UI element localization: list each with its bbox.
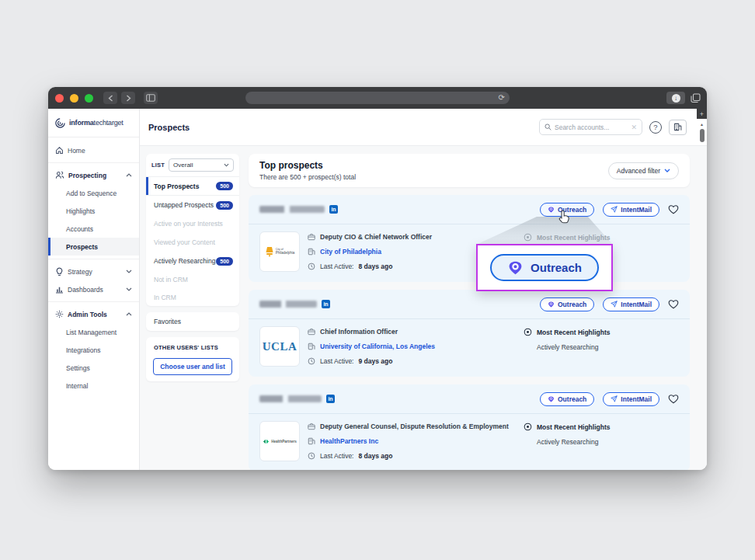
clock-icon	[308, 452, 315, 460]
tab-overview-button[interactable]	[691, 93, 701, 103]
search-icon	[545, 123, 551, 130]
page-scrollbar[interactable]: + ▲	[697, 109, 707, 470]
intentmail-button[interactable]: IntentMail	[603, 203, 659, 217]
scroll-up-arrow-icon[interactable]: ▲	[697, 122, 707, 127]
target-icon	[524, 423, 532, 431]
lists-sidebar: LIST Overall Top Prospects 500	[146, 154, 239, 470]
choose-user-and-list-button[interactable]: Choose user and list	[153, 358, 232, 375]
other-users-lists-header: OTHER USERS' LISTS	[146, 343, 239, 357]
sidebar-icon	[146, 94, 155, 102]
company-logo: UCLA	[259, 326, 300, 367]
sidebar-item-settings[interactable]: Settings	[48, 359, 139, 377]
last-active-value: 8 days ago	[358, 263, 392, 270]
list-item-favorites[interactable]: Favorites	[146, 312, 239, 331]
page-topbar: Prospects ✕ ?	[140, 109, 707, 146]
prospect-title: Chief Information Officer	[320, 328, 398, 336]
chevron-up-icon	[126, 173, 132, 177]
chevron-right-icon	[126, 95, 131, 102]
address-bar[interactable]: ⟳	[245, 92, 510, 104]
sidebar-item-highlights[interactable]: Highlights	[48, 202, 139, 220]
brand-name: informatechtarget	[69, 119, 124, 127]
target-icon	[524, 233, 532, 242]
outreach-button-magnified: Outreach	[490, 254, 599, 281]
sidebar-item-integrations[interactable]: Integrations	[48, 341, 139, 359]
advanced-filter-button[interactable]: Advanced filter	[608, 162, 679, 179]
favorite-heart-icon[interactable]	[668, 204, 679, 214]
prospects-total-subtitle: There are 500 + prospect(s) total	[259, 173, 356, 181]
intentmail-button[interactable]: IntentMail	[603, 392, 659, 406]
accounts-view-button[interactable]	[669, 120, 687, 135]
help-button[interactable]: ?	[649, 121, 662, 134]
clear-search-icon[interactable]: ✕	[631, 123, 637, 131]
linkedin-icon[interactable]: in	[322, 300, 330, 308]
company-logo: City ofPhiladelphia	[259, 231, 300, 272]
sidebar-item-internal[interactable]: Internal	[48, 377, 139, 395]
prospect-card: in Outreach IntentMail	[249, 384, 690, 470]
search-accounts-box[interactable]: ✕	[539, 119, 642, 135]
list-item-in-crm[interactable]: In CRM	[146, 289, 239, 306]
outreach-button[interactable]: Outreach	[540, 392, 594, 406]
scrollbar-thumb[interactable]	[700, 129, 705, 142]
sidebar-item-prospects[interactable]: Prospects	[48, 238, 139, 256]
send-icon	[611, 301, 618, 308]
sidebar-toggle-button[interactable]	[144, 92, 158, 104]
home-icon	[55, 146, 64, 155]
count-badge: 500	[216, 182, 233, 190]
list-select-dropdown[interactable]: Overall	[169, 158, 234, 172]
page-title: Prospects	[148, 123, 190, 132]
chevron-down-icon	[664, 169, 670, 172]
question-icon: ?	[653, 123, 657, 131]
favorite-heart-icon[interactable]	[668, 299, 679, 309]
highlights-title: Most Recent Highlights	[537, 234, 610, 242]
downloads-button[interactable]: ↓	[666, 92, 685, 104]
sidebar-item-add-to-sequence[interactable]: Add to Sequence	[48, 184, 139, 202]
list-item-active-on-your-interests[interactable]: Active on your Interests	[146, 214, 239, 233]
target-icon	[524, 328, 532, 336]
new-tab-plus-icon[interactable]: +	[697, 109, 707, 119]
intentmail-button[interactable]: IntentMail	[603, 297, 659, 311]
last-active-label: Last Active:	[320, 452, 353, 460]
zoom-traffic-light[interactable]	[85, 94, 93, 103]
list-item-top-prospects[interactable]: Top Prospects 500	[146, 177, 239, 196]
search-input[interactable]	[555, 123, 628, 131]
clock-icon	[308, 263, 315, 270]
favorite-heart-icon[interactable]	[668, 394, 679, 404]
outreach-pin-icon	[548, 395, 555, 403]
list-item-viewed-your-content[interactable]: Viewed your Content	[146, 233, 239, 252]
sidebar-item-dashboards[interactable]: Dashboards	[48, 280, 139, 298]
list-item-actively-researching[interactable]: Actively Researching 500	[146, 252, 239, 270]
close-traffic-light[interactable]	[55, 94, 64, 103]
list-item-untapped-prospects[interactable]: Untapped Prospects 500	[146, 196, 239, 214]
desktop-background: ⟳ ↓ informatechtarget	[0, 0, 755, 560]
minimize-traffic-light[interactable]	[70, 94, 78, 103]
sidebar-item-admin-tools[interactable]: Admin Tools	[48, 305, 139, 323]
company-icon	[308, 248, 315, 256]
company-link[interactable]: City of Philadelphia	[320, 248, 381, 256]
forward-button[interactable]	[121, 92, 135, 104]
prospects-main-panel: Top prospects There are 500 + prospect(s…	[249, 154, 690, 470]
prospect-name-redacted	[259, 206, 325, 213]
sidebar-item-prospecting[interactable]: Prospecting	[48, 166, 139, 184]
sidebar-item-home[interactable]: Home	[48, 141, 139, 159]
sidebar-item-strategy[interactable]: Strategy	[48, 263, 139, 280]
company-link[interactable]: HealthPartners Inc	[320, 437, 378, 445]
refresh-icon[interactable]: ⟳	[499, 94, 505, 102]
back-button[interactable]	[103, 92, 117, 104]
highlights-title: Most Recent Highlights	[537, 329, 610, 336]
prospect-card: in Outreach IntentMail	[249, 195, 690, 282]
users-icon	[55, 171, 64, 179]
brand-logo: informatechtarget	[48, 109, 139, 137]
linkedin-icon[interactable]: in	[329, 205, 338, 214]
outreach-button[interactable]: Outreach	[540, 297, 594, 311]
cursor-pointer-hand	[558, 210, 571, 224]
count-badge: 500	[216, 201, 233, 210]
sidebar-item-list-management[interactable]: List Management	[48, 323, 139, 341]
gear-icon	[55, 310, 64, 318]
last-active-label: Last Active:	[320, 357, 353, 365]
company-link[interactable]: University of California, Los Angeles	[320, 343, 435, 350]
prospect-title: Deputy General Counsel, Dispute Resoluti…	[320, 423, 509, 430]
sidebar-item-accounts[interactable]: Accounts	[48, 220, 139, 238]
linkedin-icon[interactable]: in	[326, 395, 335, 403]
sidebar-divider	[48, 259, 139, 259]
list-item-not-in-crm[interactable]: Not in CRM	[146, 270, 239, 289]
